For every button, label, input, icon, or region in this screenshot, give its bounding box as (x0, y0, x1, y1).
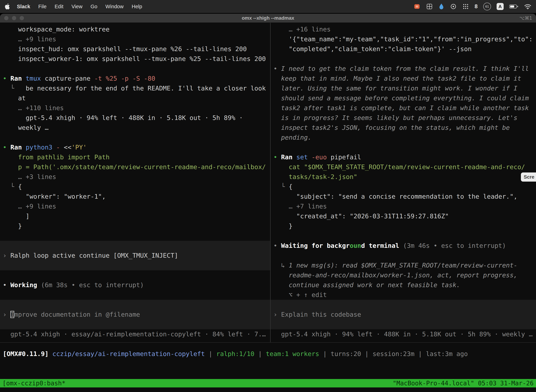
terminal-line (273, 251, 536, 261)
terminal-line: … +9 lines (3, 201, 270, 211)
text-segment: "worker": "worker-1", (3, 193, 106, 200)
prompt-band[interactable]: › Explain this codebase (271, 300, 536, 329)
terminal-line: weekly … (3, 123, 270, 133)
terminal-line: '{"team_name":"my-team","task_id":"1","f… (273, 34, 536, 44)
terminal-line: … +110 lines (3, 103, 270, 113)
text-segment: pending. (281, 134, 311, 141)
terminal-line: inspect_hud: omx sparkshell --tmux-pane … (3, 44, 270, 54)
battery-icon[interactable] (509, 4, 518, 9)
terminal-line: "created_at": "2026-03-31T11:59:27.816Z" (273, 211, 536, 221)
text-segment: • (273, 242, 281, 249)
text-segment: keep that in mind. Maybe I also need the… (281, 75, 521, 82)
terminal-line: "worker": "worker-1", (3, 191, 270, 201)
prompt-band[interactable]: › Improve documentation in @filename (0, 300, 270, 329)
tmux-pane-right[interactable]: … +16 lines '{"team_name":"my-team","tas… (271, 23, 536, 342)
badge-61-icon[interactable]: 61 (483, 3, 491, 10)
text-segment: I (10, 311, 14, 318)
text-segment: | (254, 350, 266, 357)
wifi-icon[interactable] (524, 4, 531, 9)
app-menu-slack[interactable]: Slack (17, 4, 30, 9)
close-button[interactable] (4, 16, 9, 20)
window-titlebar[interactable]: omx --xhigh --madmax ⌥⌘1 (0, 14, 536, 23)
menu-item-view[interactable]: View (72, 4, 82, 9)
text-segment: tasks/task-2.json" (273, 173, 357, 180)
text-segment: • (3, 75, 10, 82)
text-segment: | (319, 350, 330, 357)
zoom-button[interactable] (20, 16, 24, 20)
menubar: Slack FileEditViewGoWindowHelp 8 61 A (0, 0, 536, 13)
screen-notification[interactable]: Scre (521, 173, 536, 182)
text-segment: … +7 lines (273, 203, 327, 210)
text-segment: ⌥ + ↑ edit (273, 291, 327, 299)
text-segment: } (3, 222, 22, 229)
grid-icon[interactable] (426, 3, 433, 10)
terminal-line: • I need to get the claim token from the… (273, 64, 536, 74)
text-segment: << (64, 144, 72, 151)
terminal-line: › Improve documentation in @filename (3, 310, 140, 319)
terminal-line: … +16 lines (273, 24, 536, 34)
text-segment: continue assigned work or next feasible … (273, 281, 460, 289)
terminal-line: pending. (273, 133, 536, 142)
text-segment: } (273, 222, 292, 229)
terminal-line: • Ran set -euo pipefail (273, 152, 536, 162)
text-segment: session:23m (373, 350, 414, 357)
prompt-band[interactable]: › Ralph loop active continue [OMX_TMUX_I… (0, 241, 270, 270)
eight-icon[interactable]: 8 (475, 3, 478, 10)
text-segment: | (415, 350, 426, 357)
tmux-status-bar: [omx-cczip0:bash* "MacBook-Pro-44.local"… (0, 379, 536, 387)
tmux-host-clock: "MacBook-Pro-44.local" 05:03 31-Mar-26 (393, 380, 534, 387)
text-segment: I need to get the claim token from the c… (281, 65, 529, 72)
text-segment: … +9 lines (3, 36, 56, 43)
text-segment (273, 134, 281, 141)
text-segment: … +3 lines (3, 173, 56, 180)
apple-menu-icon[interactable] (5, 3, 10, 10)
text-segment: { (289, 183, 293, 190)
terminal-line: keep that in mind. Maybe I also need the… (273, 74, 536, 84)
text-segment: team:1 workers (266, 350, 319, 357)
text-segment: • (273, 154, 281, 161)
text-segment: Ran (10, 144, 26, 151)
terminal-line: › Explain this codebase (273, 310, 361, 319)
dots-grid-icon[interactable] (462, 3, 469, 10)
terminal-line: p = Path('.omx/state/team/review-current… (3, 162, 270, 172)
tmux-panes: workspace_mode: worktree … +9 lines insp… (0, 23, 536, 343)
text-segment: Ran (281, 154, 296, 161)
text-segment: mprove documentation in @filename (14, 311, 140, 318)
text-segment (273, 114, 281, 121)
terminal-line: "subject": "send a concise recommendatio… (273, 191, 536, 201)
menu-item-edit[interactable]: Edit (55, 4, 63, 9)
menubar-status-icons: 8 61 A (413, 3, 531, 10)
text-segment (273, 85, 281, 92)
text-segment: └ (3, 183, 18, 190)
text-segment: › (3, 252, 10, 259)
text-segment: -t %25 -p -S -80 (94, 75, 155, 82)
text-segment: oun (350, 242, 361, 249)
text-segment: '{"team_name":"my-team","task_id":"1","f… (273, 36, 533, 43)
screen-recording-indicator-icon[interactable] (413, 3, 421, 10)
terminal-line: tasks/task-2.json" (273, 172, 536, 182)
text-segment: from pathlib import Path (3, 154, 110, 161)
text-segment: gpt-5.4 xhigh · 94% left · 488K in · 5.1… (273, 331, 533, 338)
menu-item-window[interactable]: Window (105, 4, 124, 9)
disc-icon[interactable] (450, 3, 457, 10)
terminal-line: … +7 lines (273, 201, 536, 211)
tmux-pane-left[interactable]: workspace_mode: worktree … +9 lines insp… (0, 23, 270, 342)
text-segment: └ (3, 85, 26, 92)
text-segment: turns:20 (330, 350, 361, 357)
terminal-line: inspect task2's JSON, focusing on the st… (273, 123, 536, 133)
text-segment: tmux (26, 75, 45, 82)
text-segment: inspect_worker-1: omx sparkshell --tmux-… (3, 55, 266, 62)
minimize-button[interactable] (12, 16, 16, 20)
text-segment: { (18, 183, 22, 190)
drop-icon[interactable] (438, 3, 444, 10)
input-source-icon[interactable]: A (497, 3, 504, 10)
terminal-line: ⌥ + ↑ edit (273, 290, 536, 300)
text-segment: task2 after task1 is complete, but can I… (281, 104, 529, 112)
terminal-line: › Ralph loop active continue [OMX_TMUX_I… (3, 251, 178, 261)
text-segment: is in progress? It seems likely but perh… (281, 114, 517, 121)
menu-item-help[interactable]: Help (132, 4, 142, 9)
menu-item-go[interactable]: Go (91, 4, 97, 9)
terminal-line: at (3, 93, 270, 103)
text-segment: pipefail (330, 154, 361, 161)
menu-item-file[interactable]: File (38, 4, 47, 9)
